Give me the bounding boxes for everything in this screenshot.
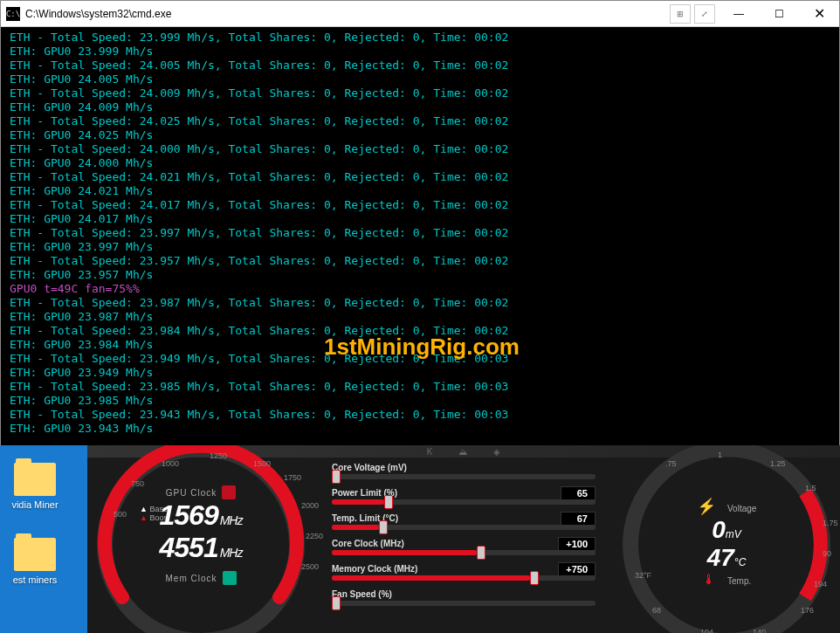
slider-thumb[interactable] [384, 495, 393, 509]
slider-thumb[interactable] [530, 571, 539, 585]
mem-clock-value: 4551MHz [131, 532, 271, 564]
mem-clock-label: Mem Clock [165, 574, 217, 583]
temp-label: Temp. [727, 576, 751, 586]
maximize-button[interactable]: ☐ [759, 1, 799, 27]
slider-label: Fan Speed (%) [332, 589, 596, 599]
slider-track[interactable] [332, 525, 596, 530]
terminal-line: ETH - Total Speed: 24.025 Mh/s, Total Sh… [10, 114, 839, 128]
temp-value: 47°C [652, 544, 801, 572]
slider-label: Core Clock (MHz) [332, 539, 596, 548]
terminal-line: ETH: GPU0 23.985 Mh/s [10, 394, 839, 408]
slider-core-clock-mhz-[interactable]: Core Clock (MHz) +100 [332, 539, 596, 555]
terminal-line: ETH - Total Speed: 23.997 Mh/s, Total Sh… [10, 226, 839, 240]
terminal-output[interactable]: ETH - Total Speed: 23.999 Mh/s, Total Sh… [1, 27, 839, 445]
slider-track[interactable] [332, 575, 596, 581]
voltage-label: Voltage [727, 504, 756, 513]
folder-icon [14, 538, 56, 571]
gpu-chip-icon [222, 485, 236, 499]
deco-icon: ⛰ [458, 447, 467, 457]
slider-value: +100 [558, 537, 596, 551]
slider-core-voltage-mv-[interactable]: Core Voltage (mV) [332, 463, 596, 479]
slider-thumb[interactable] [379, 520, 388, 534]
terminal-line: ETH - Total Speed: 24.009 Mh/s, Total Sh… [10, 86, 839, 100]
terminal-line: ETH: GPU0 23.943 Mh/s [10, 422, 839, 436]
slider-thumb[interactable] [332, 596, 341, 610]
desktop-folder-test-miners[interactable]: est miners [3, 538, 66, 585]
grid-icon[interactable]: ⊞ [670, 4, 691, 24]
terminal-line: ETH - Total Speed: 24.000 Mh/s, Total Sh… [10, 142, 839, 156]
slider-value: +750 [558, 562, 596, 576]
folder-icon [14, 463, 56, 496]
slider-label: Temp. Limit (°C) [332, 513, 596, 523]
terminal-line: ETH - Total Speed: 23.985 Mh/s, Total Sh… [10, 380, 839, 394]
terminal-line: ETH - Total Speed: 23.987 Mh/s, Total Sh… [10, 296, 839, 310]
terminal-line: ETH - Total Speed: 24.021 Mh/s, Total Sh… [10, 170, 839, 184]
slider-fan-speed-[interactable]: Fan Speed (%) [332, 589, 596, 606]
terminal-line: GPU0 t=49C fan=75%% [10, 282, 839, 296]
terminal-line: ETH - Total Speed: 23.943 Mh/s, Total Sh… [10, 408, 839, 422]
cmd-icon: C:\ [6, 7, 20, 21]
terminal-line: ETH: GPU0 24.025 Mh/s [10, 128, 839, 142]
slider-thumb[interactable] [332, 470, 341, 484]
deco-icon: K [427, 447, 433, 457]
terminal-line: ETH - Total Speed: 24.017 Mh/s, Total Sh… [10, 198, 839, 212]
deco-icon: ◈ [493, 447, 500, 457]
slider-power-limit-[interactable]: Power Limit (%) 65 [332, 488, 596, 505]
terminal-line: ETH: GPU0 24.021 Mh/s [10, 184, 839, 198]
slider-memory-clock-mhz-[interactable]: Memory Clock (MHz) +750 [332, 564, 596, 581]
terminal-line: ETH: GPU0 23.987 Mh/s [10, 310, 839, 324]
voltage-temp-gauge: .75 1 1.25 1.5 1.75 32°F 68 104 140 176 … [613, 458, 840, 632]
desktop-folder-nvidia-miner[interactable]: vidia Miner [3, 463, 66, 510]
slider-track[interactable] [332, 550, 596, 555]
watermark-text: 1stMiningRig.com [324, 340, 520, 354]
terminal-line: ETH: GPU0 24.005 Mh/s [10, 72, 839, 86]
gpu-clock-label: GPU Clock [166, 488, 217, 498]
thermometer-icon: 🌡 [702, 572, 716, 587]
terminal-line: ETH - Total Speed: 23.957 Mh/s, Total Sh… [10, 254, 839, 268]
slider-label: Memory Clock (MHz) [332, 564, 596, 574]
minimize-button[interactable]: — [719, 1, 759, 27]
icon-label: est miners [3, 575, 66, 585]
slider-track[interactable] [332, 601, 596, 606]
cmd-window: C:\ C:\Windows\system32\cmd.exe ⊞ ⤢ — ☐ … [0, 0, 840, 445]
sliders-column: Link Core Voltage (mV) Power Limit (%) 6… [314, 458, 613, 632]
terminal-line: ETH: GPU0 24.000 Mh/s [10, 156, 839, 170]
mem-chip-icon [223, 571, 237, 585]
terminal-line: ETH: GPU0 23.997 Mh/s [10, 240, 839, 254]
window-title: C:\Windows\system32\cmd.exe [25, 8, 670, 20]
slider-track[interactable] [332, 474, 596, 479]
slider-value: 65 [561, 486, 596, 500]
terminal-line: ETH: GPU0 23.957 Mh/s [10, 268, 839, 282]
terminal-line: ETH: GPU0 24.017 Mh/s [10, 212, 839, 226]
bolt-icon: ⚡ [697, 498, 716, 515]
terminal-line: ETH - Total Speed: 24.005 Mh/s, Total Sh… [10, 58, 839, 72]
slider-track[interactable] [332, 499, 596, 505]
slider-label: Power Limit (%) [332, 488, 596, 498]
slider-thumb[interactable] [477, 546, 485, 560]
close-button[interactable]: ✕ [799, 1, 839, 27]
slider-label: Core Voltage (mV) [332, 463, 596, 472]
terminal-line: ETH: GPU0 23.999 Mh/s [10, 45, 839, 58]
expand-icon[interactable]: ⤢ [694, 4, 715, 24]
icon-label: vidia Miner [3, 499, 66, 510]
voltage-value: 0mV [652, 516, 801, 544]
terminal-line: ETH: GPU0 24.009 Mh/s [10, 100, 839, 114]
titlebar[interactable]: C:\ C:\Windows\system32\cmd.exe ⊞ ⤢ — ☐ … [1, 1, 839, 27]
gpu-clock-gauge: 500 750 1000 1250 1500 1750 2000 2250 25… [87, 458, 314, 632]
terminal-line: ETH: GPU0 23.949 Mh/s [10, 366, 839, 380]
terminal-line: ETH - Total Speed: 23.999 Mh/s, Total Sh… [10, 31, 839, 45]
slider-value: 67 [561, 512, 596, 526]
slider-temp-limit-c-[interactable]: Temp. Limit (°C) 67 [332, 513, 596, 530]
afterburner-panel: K ⛰ ◈ 500 750 1000 1250 1500 1750 2000 2… [87, 445, 840, 633]
